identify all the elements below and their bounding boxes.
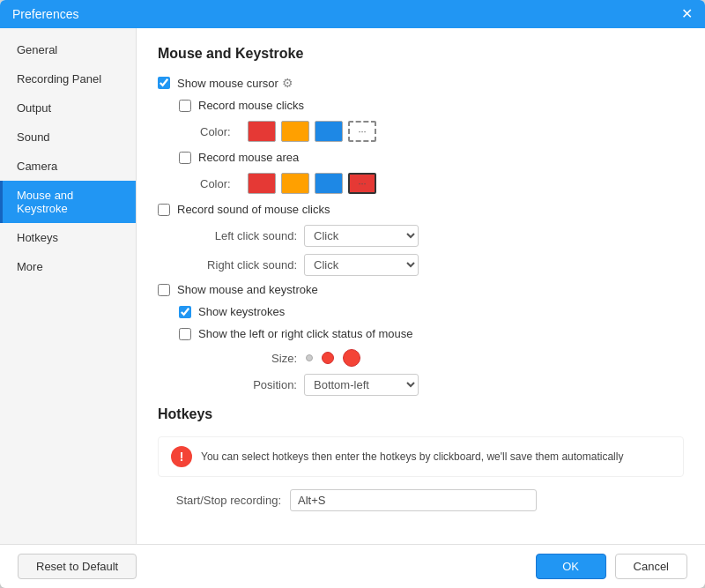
footer-actions: OK Cancel xyxy=(536,554,687,579)
sidebar: General Recording Panel Output Sound Cam… xyxy=(0,28,137,544)
mouse-keystroke-title: Mouse and Keystroke xyxy=(158,46,684,62)
size-large-dot[interactable] xyxy=(343,349,360,367)
show-keystrokes-row: Show keystrokes xyxy=(179,305,684,318)
show-mouse-cursor-row: Show mouse cursor ⚙ xyxy=(158,76,684,90)
info-icon: ! xyxy=(171,446,192,467)
record-mouse-clicks-label[interactable]: Record mouse clicks xyxy=(179,99,304,112)
mouse-clicks-color-row: Color: ··· xyxy=(200,121,684,142)
sidebar-item-more[interactable]: More xyxy=(0,252,136,281)
show-mouse-keystroke-checkbox[interactable] xyxy=(158,284,170,296)
show-mouse-cursor-label[interactable]: Show mouse cursor xyxy=(158,77,278,90)
hotkeys-info-box: ! You can select hotkeys then enter the … xyxy=(158,436,684,477)
record-mouse-area-checkbox[interactable] xyxy=(179,152,191,164)
show-lr-click-label[interactable]: Show the left or right click status of m… xyxy=(179,327,413,340)
size-small-dot[interactable] xyxy=(306,354,313,361)
area-color-custom[interactable]: ··· xyxy=(348,173,376,194)
show-lr-click-row: Show the left or right click status of m… xyxy=(179,327,684,340)
dialog-body: General Recording Panel Output Sound Cam… xyxy=(0,28,705,544)
reset-button[interactable]: Reset to Default xyxy=(18,554,137,579)
mouse-keystroke-section: Mouse and Keystroke Show mouse cursor ⚙ … xyxy=(158,46,684,396)
left-click-sound-label: Left click sound: xyxy=(200,229,297,242)
left-click-sound-select[interactable]: Click xyxy=(304,225,419,247)
close-button[interactable]: ✕ xyxy=(681,7,693,21)
left-click-sound-row: Left click sound: Click xyxy=(200,225,684,247)
position-label: Position: xyxy=(200,378,297,391)
record-sound-label[interactable]: Record sound of mouse clicks xyxy=(158,203,330,216)
start-stop-row: Start/Stop recording: xyxy=(158,489,684,511)
clicks-color-blue[interactable] xyxy=(315,121,343,142)
area-color-yellow[interactable] xyxy=(281,173,309,194)
show-mouse-cursor-checkbox[interactable] xyxy=(158,77,170,89)
cancel-button[interactable]: Cancel xyxy=(615,554,687,579)
sidebar-item-hotkeys[interactable]: Hotkeys xyxy=(0,223,136,252)
start-stop-label: Start/Stop recording: xyxy=(158,494,281,507)
show-lr-click-checkbox[interactable] xyxy=(179,328,191,340)
hotkeys-title: Hotkeys xyxy=(158,406,684,422)
sidebar-item-output[interactable]: Output xyxy=(0,93,136,123)
sidebar-item-mouse-keystroke[interactable]: Mouse and Keystroke xyxy=(0,181,136,223)
right-click-sound-row: Right click sound: Click xyxy=(200,254,684,276)
record-sound-row: Record sound of mouse clicks xyxy=(158,203,684,216)
clicks-color-yellow[interactable] xyxy=(281,121,309,142)
record-mouse-clicks-checkbox[interactable] xyxy=(179,100,191,112)
record-mouse-area-row: Record mouse area xyxy=(179,151,684,164)
record-mouse-clicks-row: Record mouse clicks xyxy=(179,99,684,112)
mouse-area-color-row: Color: ··· xyxy=(200,173,684,194)
start-stop-input[interactable] xyxy=(290,489,537,511)
title-bar: Preferences ✕ xyxy=(0,0,705,28)
right-click-sound-label: Right click sound: xyxy=(200,258,297,272)
right-click-sound-select[interactable]: Click xyxy=(304,254,419,276)
sidebar-item-general[interactable]: General xyxy=(0,35,136,64)
record-sound-checkbox[interactable] xyxy=(158,204,170,216)
ok-button[interactable]: OK xyxy=(536,554,606,579)
area-color-label: Color: xyxy=(200,177,237,190)
clicks-color-red[interactable] xyxy=(248,121,276,142)
show-keystrokes-label[interactable]: Show keystrokes xyxy=(179,305,285,318)
show-mouse-keystroke-label[interactable]: Show mouse and keystroke xyxy=(158,283,318,296)
content-area: Mouse and Keystroke Show mouse cursor ⚙ … xyxy=(137,28,705,544)
show-keystrokes-checkbox[interactable] xyxy=(179,306,191,318)
dialog-title: Preferences xyxy=(12,7,78,21)
preferences-dialog: Preferences ✕ General Recording Panel Ou… xyxy=(0,0,705,588)
size-label: Size: xyxy=(200,352,297,365)
area-color-blue[interactable] xyxy=(315,173,343,194)
position-row: Position: Bottom-left xyxy=(200,374,684,396)
size-row: Size: xyxy=(200,349,684,367)
footer: Reset to Default OK Cancel xyxy=(0,544,705,588)
hotkeys-info-text: You can select hotkeys then enter the ho… xyxy=(201,450,623,463)
sidebar-item-recording-panel[interactable]: Recording Panel xyxy=(0,64,136,93)
clicks-color-label: Color: xyxy=(200,125,237,138)
sidebar-item-sound[interactable]: Sound xyxy=(0,123,136,152)
sidebar-item-camera[interactable]: Camera xyxy=(0,152,136,181)
size-medium-dot[interactable] xyxy=(322,352,334,364)
position-select[interactable]: Bottom-left xyxy=(304,374,419,396)
area-color-red[interactable] xyxy=(248,173,276,194)
record-mouse-area-label[interactable]: Record mouse area xyxy=(179,151,299,164)
clicks-color-custom[interactable]: ··· xyxy=(348,121,376,142)
hotkeys-section: Hotkeys ! You can select hotkeys then en… xyxy=(158,406,684,511)
show-mouse-keystroke-row: Show mouse and keystroke xyxy=(158,283,684,296)
gear-icon[interactable]: ⚙ xyxy=(282,76,293,90)
